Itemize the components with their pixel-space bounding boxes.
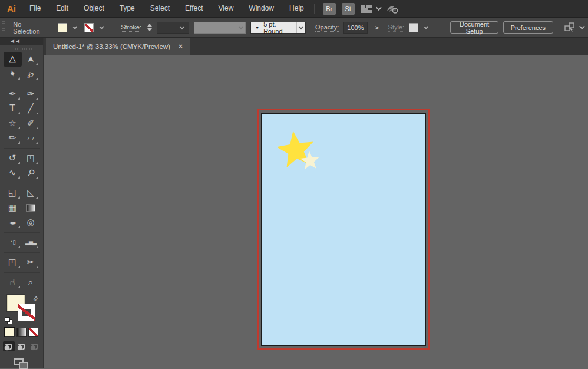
artboard-tool[interactable]: ◰ xyxy=(4,255,22,270)
shaper-tool[interactable]: ✏ xyxy=(4,131,22,146)
stroke-proxy-swatch[interactable] xyxy=(18,304,35,321)
symbol-sprayer-tool[interactable]: ∴▯ xyxy=(4,235,22,250)
line-segment-tool-icon: ╱ xyxy=(28,104,33,113)
stroke-weight-select[interactable] xyxy=(157,22,189,34)
menu-item-object[interactable]: Object xyxy=(76,0,112,17)
artboard[interactable] xyxy=(261,113,426,346)
tab-close-icon[interactable]: × xyxy=(179,42,183,51)
direct-selection-tool[interactable]: ➤ xyxy=(22,52,40,67)
menubar-separator xyxy=(314,4,315,14)
variable-width-value: 5 pt. Round xyxy=(263,21,290,35)
variable-width-chevron[interactable] xyxy=(296,22,305,33)
select-similar-control[interactable] xyxy=(564,22,583,33)
stepper-up-icon[interactable] xyxy=(147,24,152,27)
style-chevron-icon[interactable] xyxy=(424,24,429,29)
none-button[interactable] xyxy=(28,328,38,337)
stepper-down-icon[interactable] xyxy=(147,28,152,31)
curvature-tool[interactable]: ✑ xyxy=(22,87,40,101)
menu-item-effect[interactable]: Effect xyxy=(177,0,210,17)
draw-inside-button xyxy=(29,341,41,351)
magic-wand-tool-icon: ✦ xyxy=(8,69,17,80)
shape-builder-tool[interactable]: ◱ xyxy=(4,186,22,200)
gradient-tool[interactable] xyxy=(22,200,40,215)
color-button[interactable] xyxy=(5,328,15,337)
perspective-grid-tool[interactable]: ◺ xyxy=(22,186,40,200)
opacity-input[interactable]: 100% xyxy=(343,22,368,34)
bridge-button[interactable]: Br xyxy=(323,3,336,15)
tools-panel-grip-icon[interactable] xyxy=(12,48,32,50)
hand-tool[interactable]: ☝ xyxy=(4,275,22,290)
stroke-chevron-down-icon[interactable] xyxy=(99,24,104,29)
stroke-weight-stepper[interactable] xyxy=(147,24,152,31)
paintbrush-tool[interactable]: ✐ xyxy=(22,116,40,131)
puppet-warp-tool[interactable]: ⚲ xyxy=(22,166,40,180)
star-shape-tool[interactable]: ☆ xyxy=(4,116,22,131)
column-graph-tool[interactable]: ▂▅▃ xyxy=(22,235,40,250)
star-shape-tool-icon: ☆ xyxy=(8,119,16,128)
mesh-tool[interactable]: ▦ xyxy=(4,200,22,215)
control-bar-buttons: Document Setup Preferences xyxy=(450,21,553,34)
menu-item-type[interactable]: Type xyxy=(112,0,143,17)
gradient-button[interactable] xyxy=(16,328,27,337)
tools-panel: ◄◄ ▷➤✦℘✒✑T╱☆✐✏▱↺◳∿⚲◱◺▦✒◎∴▯▂▅▃◰✂☝⌕ ⇄ xyxy=(0,38,44,368)
eraser-tool[interactable]: ▱ xyxy=(22,131,40,146)
stroke-weight-label[interactable]: Stroke: xyxy=(121,24,141,32)
rotate-tool[interactable]: ↺ xyxy=(4,151,22,166)
fill-chevron-down-icon[interactable] xyxy=(73,24,78,29)
opacity-expand-icon[interactable]: > xyxy=(375,24,378,31)
change-screen-mode-button[interactable] xyxy=(14,358,29,368)
stroke-color-swatch[interactable] xyxy=(84,23,94,32)
stroke-weight-chevron-icon[interactable] xyxy=(179,24,184,29)
mesh-tool-icon: ▦ xyxy=(8,203,16,212)
menu-item-edit[interactable]: Edit xyxy=(48,0,76,17)
fill-color-swatch[interactable] xyxy=(58,23,67,32)
document-setup-button[interactable]: Document Setup xyxy=(450,21,498,34)
selection-tool-icon: ▷ xyxy=(8,56,16,63)
draw-behind-button[interactable] xyxy=(16,341,28,351)
draw-normal-button[interactable] xyxy=(3,341,15,351)
menu-item-window[interactable]: Window xyxy=(241,0,282,17)
stock-button[interactable]: St xyxy=(342,3,355,15)
menu-bar: Ai FileEditObjectTypeSelectEffectViewWin… xyxy=(0,0,588,18)
width-tool[interactable]: ∿ xyxy=(4,166,22,180)
pen-tool[interactable]: ✒ xyxy=(4,87,22,101)
workspace: ◄◄ ▷➤✦℘✒✑T╱☆✐✏▱↺◳∿⚲◱◺▦✒◎∴▯▂▅▃◰✂☝⌕ ⇄ xyxy=(0,38,588,368)
lasso-tool[interactable]: ℘ xyxy=(22,67,40,81)
selection-tool[interactable]: ▷ xyxy=(4,52,22,67)
menu-item-help[interactable]: Help xyxy=(282,0,312,17)
eyedropper-tool[interactable]: ✒ xyxy=(4,215,22,230)
magic-wand-tool[interactable]: ✦ xyxy=(4,67,22,81)
eraser-tool-icon: ▱ xyxy=(27,134,34,143)
blend-tool-icon: ◎ xyxy=(27,218,34,227)
control-bar: No Selection Stroke: ● 5 pt. Round Opaci… xyxy=(0,18,588,38)
control-bar-grip[interactable] xyxy=(2,21,5,34)
select-similar-icon xyxy=(564,22,577,33)
opacity-label[interactable]: Opacity: xyxy=(315,24,339,32)
chevron-down-icon xyxy=(376,5,382,11)
puppet-warp-tool-icon: ⚲ xyxy=(25,167,36,178)
zoom-tool[interactable]: ⌕ xyxy=(22,275,40,290)
menu-item-file[interactable]: File xyxy=(22,0,48,17)
workspace-layout-icon xyxy=(361,5,372,13)
slice-tool[interactable]: ✂ xyxy=(22,255,40,270)
brush-chevron-icon xyxy=(239,24,243,29)
draw-normal-icon xyxy=(5,344,12,350)
default-fill-stroke-icon[interactable] xyxy=(5,317,12,324)
variable-width-profile-select[interactable]: ● 5 pt. Round xyxy=(250,22,306,34)
document-tab-title: Untitled-1* @ 33.33% (CMYK/Preview) xyxy=(53,43,170,50)
scale-tool[interactable]: ◳ xyxy=(22,151,40,166)
canvas[interactable] xyxy=(44,55,588,368)
document-tab[interactable]: Untitled-1* @ 33.33% (CMYK/Preview) × xyxy=(46,38,190,55)
gpu-performance-icon[interactable] xyxy=(386,4,399,14)
menu-item-select[interactable]: Select xyxy=(143,0,177,17)
line-segment-tool[interactable]: ╱ xyxy=(22,101,40,116)
preferences-button[interactable]: Preferences xyxy=(503,21,553,34)
workspace-switcher[interactable] xyxy=(361,5,380,13)
graphic-style-swatch[interactable] xyxy=(409,23,418,32)
menu-item-view[interactable]: View xyxy=(211,0,242,17)
swap-fill-stroke-icon[interactable]: ⇄ xyxy=(31,294,41,304)
document-area: Untitled-1* @ 33.33% (CMYK/Preview) × xyxy=(44,38,588,368)
blend-tool[interactable]: ◎ xyxy=(22,215,40,230)
type-tool[interactable]: T xyxy=(4,101,22,116)
tools-panel-collapse[interactable]: ◄◄ xyxy=(0,38,43,45)
